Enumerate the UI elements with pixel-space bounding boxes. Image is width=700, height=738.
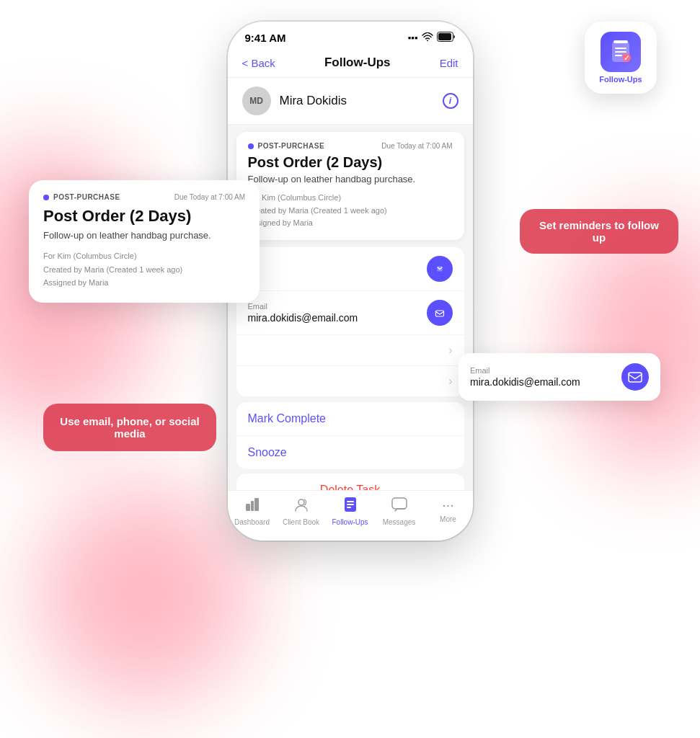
action-section: Mark Complete Snooze — [236, 402, 464, 469]
signal-icon: ▪▪▪ — [408, 32, 418, 43]
email-label: Email — [248, 302, 420, 311]
svg-rect-14 — [251, 501, 254, 511]
status-bar: 9:41 AM ▪▪▪ — [228, 22, 473, 50]
tab-dashboard-label: Dashboard — [234, 518, 270, 526]
tab-dashboard[interactable]: Dashboard — [228, 497, 277, 526]
svg-text:✓: ✓ — [624, 54, 629, 62]
svg-rect-13 — [246, 504, 250, 511]
svg-rect-9 — [438, 33, 451, 40]
svg-rect-11 — [433, 306, 446, 319]
tab-client-book-label: Client Book — [283, 518, 319, 526]
contact-row-email: Email mira.dokidis@email.com — [236, 291, 464, 335]
tab-messages-label: Messages — [383, 518, 416, 526]
float-task-type-label: POST-PURCHASE — [53, 193, 120, 201]
tooltip-set-reminders-text: Set reminders to follow up — [539, 219, 659, 244]
client-book-icon — [293, 497, 309, 516]
snooze-button[interactable]: Snooze — [236, 436, 464, 469]
svg-rect-20 — [347, 507, 351, 508]
contact-name: Mira Dokidis — [280, 94, 434, 108]
svg-rect-2 — [615, 48, 626, 49]
float-task-type: POST-PURCHASE — [43, 193, 120, 201]
contact-header: MD Mira Dokidis i — [228, 78, 473, 125]
svg-rect-19 — [347, 504, 354, 505]
app-icon-label: Follow-Ups — [599, 75, 642, 84]
app-icon-graphic: ✓ — [601, 32, 641, 72]
float-type-dot — [43, 195, 49, 200]
task-type-label: POST-PURCHASE — [258, 142, 325, 150]
phone-action-button[interactable] — [427, 256, 453, 282]
svg-rect-3 — [615, 51, 626, 53]
wifi-icon — [422, 32, 433, 43]
svg-point-16 — [298, 499, 304, 505]
follow-ups-icon — [342, 497, 358, 516]
back-button[interactable]: < Back — [242, 57, 275, 69]
float-task-title: Post Order (2 Days) — [43, 207, 245, 226]
edit-button[interactable]: Edit — [440, 57, 458, 69]
tab-more[interactable]: ··· More — [424, 497, 473, 526]
chevron-icon-2: › — [448, 375, 452, 388]
task-assigned-by: Assigned by Maria — [248, 217, 453, 230]
email-action-button[interactable] — [427, 300, 453, 326]
float-task-assigned-by: Assigned by Maria — [43, 276, 245, 290]
svg-rect-15 — [254, 498, 259, 511]
float-task-meta: For Kim (Columbus Circle) Created by Mar… — [43, 249, 245, 290]
avatar-initials: MD — [249, 96, 263, 106]
svg-rect-1 — [613, 40, 628, 43]
float-email-button[interactable] — [621, 363, 649, 391]
task-type-dot — [248, 143, 254, 149]
float-task-created-by: Created by Maria (Created 1 week ago) — [43, 263, 245, 277]
svg-rect-18 — [347, 501, 354, 502]
task-desc: Follow-up on leather handbag purchase. — [248, 174, 453, 184]
contact-info-section: Email mira.dokidis@email.com › — [236, 247, 464, 396]
contact-row-extra2[interactable]: › — [236, 366, 464, 396]
float-email-value: mira.dokidis@email.com — [470, 376, 613, 388]
svg-rect-22 — [629, 373, 642, 382]
nav-bar: < Back Follow-Ups Edit — [228, 50, 473, 78]
task-created-by: Created by Maria (Created 1 week ago) — [248, 205, 453, 218]
dashboard-icon — [244, 497, 260, 516]
info-icon[interactable]: i — [443, 93, 458, 109]
mark-complete-button[interactable]: Mark Complete — [236, 402, 464, 436]
scene: ✓ Follow-Ups 9:41 AM ▪▪▪ — [0, 0, 700, 738]
tab-bar: Dashboard Client Book — [228, 490, 473, 541]
nav-title: Follow-Ups — [324, 55, 391, 70]
task-meta: For Kim (Columbus Circle) Created by Mar… — [248, 192, 453, 230]
task-due: Due Today at 7:00 AM — [381, 142, 452, 150]
tooltip-use-email-text: Use email, phone, or social media — [60, 415, 199, 440]
task-type: POST-PURCHASE — [248, 142, 325, 150]
bg-blob-right — [563, 216, 700, 468]
email-value: mira.dokidis@email.com — [248, 312, 420, 324]
tooltip-set-reminders: Set reminders to follow up — [520, 209, 678, 254]
float-email-label: Email — [470, 366, 613, 375]
task-for: For Kim (Columbus Circle) — [248, 192, 453, 205]
tab-more-label: More — [440, 515, 456, 523]
svg-rect-4 — [615, 55, 622, 56]
tooltip-use-email: Use email, phone, or social media — [43, 404, 216, 451]
battery-icon — [437, 32, 456, 44]
floating-email-row: Email mira.dokidis@email.com — [458, 353, 660, 401]
phone-mockup: 9:41 AM ▪▪▪ — [228, 22, 473, 541]
task-title: Post Order (2 Days) — [248, 154, 453, 171]
status-icons: ▪▪▪ — [408, 32, 456, 44]
bg-blob-bottom — [36, 486, 252, 702]
float-task-due: Due Today at 7:00 AM — [174, 193, 245, 201]
app-icon: ✓ Follow-Ups — [585, 22, 657, 94]
tab-follow-ups[interactable]: Follow-Ups — [326, 497, 375, 526]
float-task-desc: Follow-up on leather handbag purchase. — [43, 230, 245, 241]
svg-point-7 — [427, 40, 428, 42]
floating-task-card: POST-PURCHASE Due Today at 7:00 AM Post … — [29, 180, 260, 303]
tab-client-book[interactable]: Client Book — [277, 497, 326, 526]
contact-row-extra1[interactable]: › — [236, 335, 464, 366]
avatar: MD — [242, 86, 271, 115]
svg-rect-21 — [392, 498, 407, 509]
tab-messages[interactable]: Messages — [375, 497, 424, 526]
status-time: 9:41 AM — [245, 32, 286, 44]
float-type-row: POST-PURCHASE Due Today at 7:00 AM — [43, 193, 245, 201]
task-card: POST-PURCHASE Due Today at 7:00 AM Post … — [236, 132, 464, 240]
more-icon: ··· — [442, 497, 454, 513]
tab-follow-ups-label: Follow-Ups — [332, 518, 368, 526]
messages-icon — [391, 497, 407, 516]
contact-row-phone — [236, 247, 464, 291]
float-email-content: Email mira.dokidis@email.com — [470, 366, 613, 388]
float-task-for: For Kim (Columbus Circle) — [43, 249, 245, 263]
